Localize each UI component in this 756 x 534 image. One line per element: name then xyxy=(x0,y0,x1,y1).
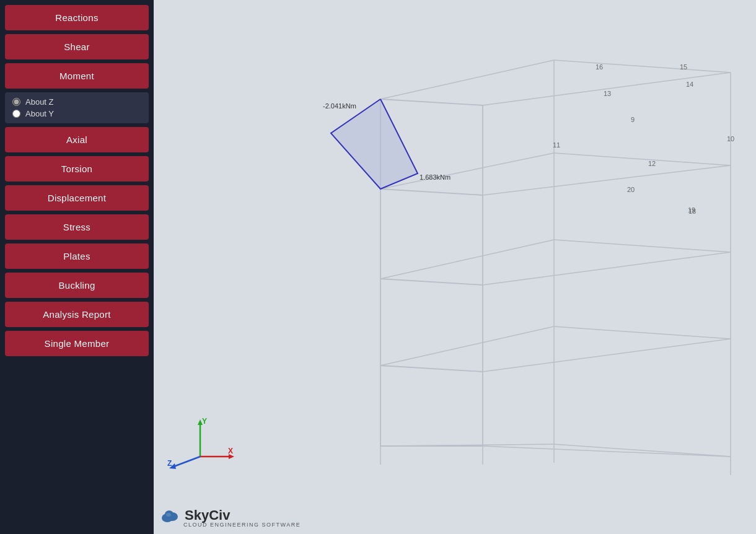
buckling-button[interactable]: Buckling xyxy=(5,273,149,298)
torsion-button[interactable]: Torsion xyxy=(5,156,149,182)
svg-text:16: 16 xyxy=(596,63,603,71)
about-z-radio[interactable] xyxy=(12,98,20,106)
moment-axis-radio-group: About Z About Y xyxy=(5,92,149,123)
svg-line-47 xyxy=(172,457,200,467)
svg-text:20: 20 xyxy=(627,186,635,193)
moment-button[interactable]: Moment xyxy=(5,63,149,89)
skyciv-logo: SkyCiv CLOUD ENGINEERING SOFTWARE xyxy=(160,507,301,528)
reactions-button[interactable]: Reactions xyxy=(5,5,149,30)
max-moment-label: 1.683kNm xyxy=(420,173,451,181)
svg-text:13: 13 xyxy=(604,90,611,97)
svg-text:11: 11 xyxy=(553,141,560,149)
displacement-button[interactable]: Displacement xyxy=(5,185,149,211)
about-z-radio-label[interactable]: About Z xyxy=(12,97,141,107)
plates-button[interactable]: Plates xyxy=(5,243,149,269)
analysis-report-button[interactable]: Analysis Report xyxy=(5,302,149,327)
svg-text:10: 10 xyxy=(727,135,734,142)
main-canvas-area[interactable]: -2.041kNm 1.683kNm 16 15 13 14 9 10 11 1… xyxy=(154,0,756,534)
axis-indicator: Y X Z xyxy=(166,416,234,472)
svg-text:9: 9 xyxy=(631,116,635,123)
skyciv-tagline-text: CLOUD ENGINEERING SOFTWARE xyxy=(183,522,301,528)
axial-button[interactable]: Axial xyxy=(5,127,149,152)
svg-point-53 xyxy=(166,513,171,517)
sidebar: Reactions Shear Moment About Z About Y A… xyxy=(0,0,154,534)
shear-button[interactable]: Shear xyxy=(5,34,149,59)
svg-text:Y: Y xyxy=(202,417,207,426)
structure-svg: -2.041kNm 1.683kNm 16 15 13 14 9 10 11 1… xyxy=(154,0,756,534)
single-member-button[interactable]: Single Member xyxy=(5,331,149,356)
about-y-radio-label[interactable]: About Y xyxy=(12,109,141,118)
skyciv-cloud-icon xyxy=(160,507,181,524)
svg-text:Z: Z xyxy=(167,459,172,468)
svg-text:15: 15 xyxy=(680,63,687,71)
about-z-label: About Z xyxy=(25,97,54,107)
min-moment-label: -2.041kNm xyxy=(323,102,356,110)
svg-text:12: 12 xyxy=(648,160,656,167)
about-y-label: About Y xyxy=(25,109,54,118)
stress-button[interactable]: Stress xyxy=(5,214,149,240)
svg-text:19: 19 xyxy=(688,206,695,214)
about-y-radio[interactable] xyxy=(12,110,20,118)
svg-text:X: X xyxy=(228,447,233,455)
svg-text:14: 14 xyxy=(686,81,693,88)
